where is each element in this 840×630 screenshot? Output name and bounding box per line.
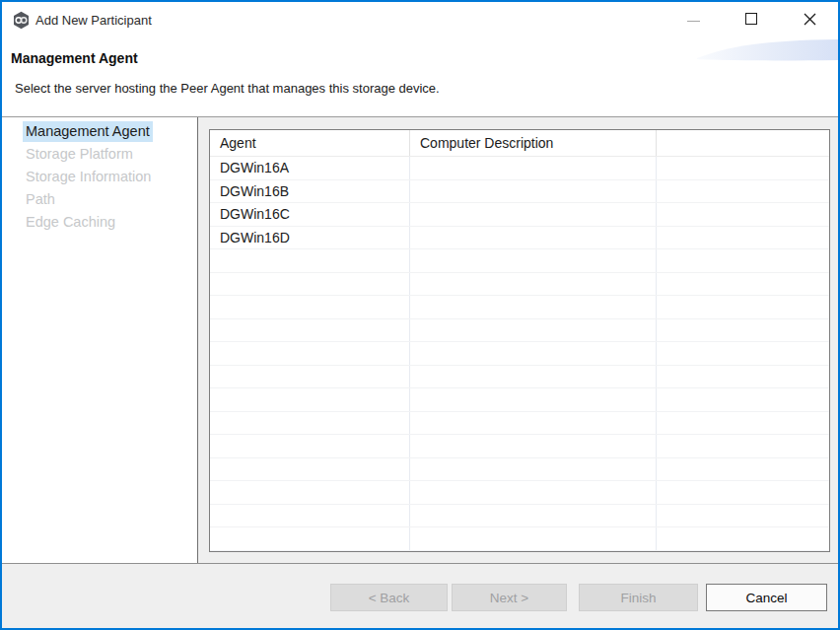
maximize-button[interactable] [735,2,768,35]
description-cell [410,157,657,179]
empty-cell [410,366,657,388]
agent-cell: DGWin16C [210,203,410,226]
filler-cell [657,203,829,226]
empty-cell [410,435,657,457]
empty-cell [657,551,829,553]
empty-rows-region [210,249,829,552]
agent-cell: DGWin16D [210,227,410,249]
table-row-empty [210,458,829,482]
back-button[interactable]: < Back [330,584,448,611]
empty-cell [210,273,410,296]
empty-cell [410,458,657,481]
empty-cell [657,481,829,504]
cancel-button[interactable]: Cancel [706,584,827,611]
description-cell [410,203,657,226]
sidebar-item-label: Management Agent [23,121,153,142]
empty-cell [210,551,410,553]
empty-cell [657,273,829,296]
sidebar-item-management-agent[interactable]: Management Agent [2,121,197,144]
empty-cell [210,458,410,481]
table-row-empty [210,435,829,458]
footer-separator [2,563,838,564]
empty-cell [410,505,657,527]
agent-cell: DGWin16A [210,157,410,179]
table-row-empty [210,388,829,412]
table-row-empty [210,412,829,436]
empty-cell [210,366,410,388]
table-row-dgwin16c[interactable]: DGWin16C [210,203,829,227]
empty-cell [657,412,829,435]
sidebar-item-path[interactable]: Path [2,189,197,212]
filler-cell [657,157,829,179]
empty-cell [657,342,829,365]
agent-cell: DGWin16B [210,180,410,203]
table-row-empty [210,527,829,551]
empty-cell [657,458,829,481]
title-bar[interactable]: Add New Participant [2,2,838,39]
empty-cell [210,527,410,550]
description-cell [410,227,657,249]
finish-button[interactable]: Finish [579,584,698,611]
table-row-empty [210,296,829,319]
column-header-computer-description[interactable]: Computer Description [410,130,657,156]
empty-cell [657,366,829,388]
column-header-agent[interactable]: Agent [210,130,410,156]
empty-cell [657,527,829,550]
empty-cell [210,319,410,342]
peer-app-icon [12,11,31,30]
empty-cell [657,296,829,318]
table-row-empty [210,481,829,505]
sidebar-item-storage-platform[interactable]: Storage Platform [2,144,197,167]
add-new-participant-dialog: Add New Participant Management Agent Sel… [0,0,840,630]
table-row-empty [210,273,829,297]
page-subtitle: Select the server hosting the Peer Agent… [15,81,440,96]
table-row-empty [210,319,829,343]
table-row-empty [210,342,829,366]
wizard-steps-sidebar: Management Agent Storage Platform Storag… [2,117,198,563]
empty-cell [410,388,657,411]
empty-cell [210,388,410,411]
sidebar-item-storage-information[interactable]: Storage Information [2,167,197,189]
empty-cell [657,388,829,411]
wizard-header: Management Agent Select the server hosti… [2,39,838,116]
empty-cell [657,435,829,457]
table-row-dgwin16a[interactable]: DGWin16A [210,157,829,180]
sidebar-item-edge-caching[interactable]: Edge Caching [2,212,197,235]
window-title: Add New Participant [35,13,152,28]
next-button[interactable]: Next > [452,584,567,611]
close-button[interactable] [793,2,826,35]
empty-cell [657,505,829,527]
empty-cell [410,481,657,504]
table-row-dgwin16d[interactable]: DGWin16D [210,227,829,250]
content-area: Management Agent Storage Platform Storag… [2,117,838,628]
table-row-empty [210,505,829,528]
sidebar-item-label: Path [23,189,58,210]
empty-cell [210,505,410,527]
empty-cell [657,319,829,342]
empty-cell [410,296,657,318]
empty-cell [410,527,657,550]
sidebar-item-label: Edge Caching [23,212,118,233]
minimize-button[interactable] [676,2,710,35]
empty-cell [657,249,829,272]
maximize-icon [745,13,757,25]
description-cell [410,180,657,203]
close-icon [804,13,816,26]
filler-cell [657,180,829,203]
empty-cell [410,412,657,435]
empty-cell [410,273,657,296]
minimize-icon [687,21,700,22]
agents-table: Agent Computer Description DGWin16A DGWi… [209,129,830,552]
empty-cell [410,551,657,553]
decorative-swoosh [697,37,838,61]
page-title: Management Agent [11,50,138,66]
empty-cell [210,435,410,457]
empty-cell [210,296,410,318]
empty-cell [210,412,410,435]
empty-cell [410,249,657,272]
table-row-empty [210,551,829,553]
table-row-dgwin16b[interactable]: DGWin16B [210,180,829,204]
empty-cell [210,342,410,365]
empty-cell [410,319,657,342]
filler-cell [657,227,829,249]
